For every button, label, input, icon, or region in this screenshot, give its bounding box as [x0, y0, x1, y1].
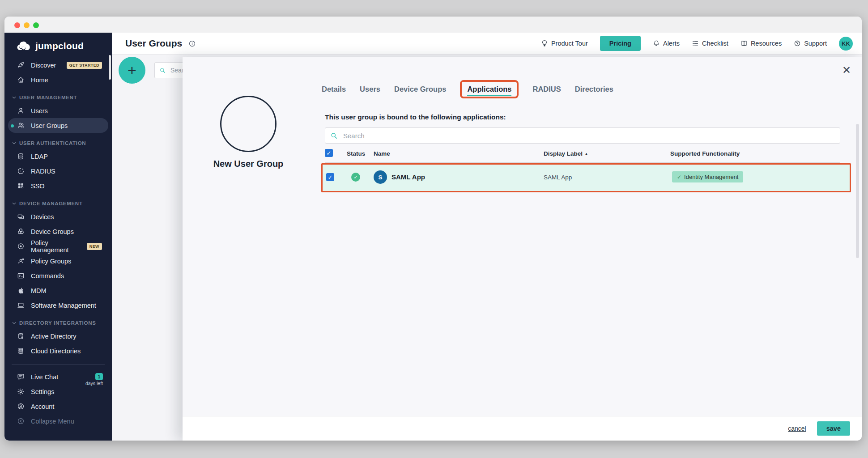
sidebar-section-device-management[interactable]: DEVICE MANAGEMENT	[4, 193, 112, 209]
sidebar-item-home[interactable]: Home	[8, 72, 108, 87]
tab-label: Details	[322, 85, 346, 93]
tab-label: Applications	[467, 85, 511, 96]
sidebar-section-user-management[interactable]: USER MANAGEMENT	[4, 87, 112, 103]
gear-icon	[17, 388, 25, 395]
tab-radius[interactable]: RADIUS	[532, 81, 561, 97]
tab-directories[interactable]: Directories	[575, 81, 613, 97]
sidebar-item-cloud-directories[interactable]: Cloud Directories	[8, 344, 108, 358]
search-icon	[330, 132, 338, 140]
header-action-label: Product Tour	[551, 40, 588, 47]
alerts-button[interactable]: Alerts	[653, 40, 680, 47]
row-checkbox[interactable]: ✓	[326, 173, 334, 181]
sidebar-item-ldap[interactable]: LDAP	[8, 149, 108, 164]
sidebar-item-commands[interactable]: Commands	[8, 268, 108, 283]
applications-search-box	[325, 127, 840, 144]
product-tour-button[interactable]: Product Tour	[541, 40, 588, 47]
commands-icon	[17, 272, 25, 280]
sidebar-section-label: DIRECTORY INTEGRATIONS	[19, 320, 96, 326]
radius-icon	[17, 167, 25, 175]
sidebar-item-label: LDAP	[31, 153, 48, 160]
sidebar-section-directory-integrations[interactable]: DIRECTORY INTEGRATIONS	[4, 313, 112, 329]
sidebar-item-devices[interactable]: Devices	[8, 209, 108, 224]
sidebar-scrollbar[interactable]	[109, 55, 111, 80]
sidebar-item-settings[interactable]: Settings	[8, 384, 108, 399]
sidebar-item-label: Commands	[31, 272, 64, 280]
devices-icon	[17, 213, 25, 221]
sidebar-item-label: Device Groups	[31, 228, 74, 235]
tab-applications[interactable]: Applications	[460, 80, 519, 98]
column-header-label: Display Label	[544, 150, 583, 157]
sidebar-item-software-management[interactable]: Software Management	[8, 298, 108, 313]
column-header-supported-functionality[interactable]: Supported Functionality	[670, 150, 740, 157]
app-display-label: SAML App	[544, 174, 572, 181]
pricing-button[interactable]: Pricing	[600, 36, 641, 51]
resources-button[interactable]: Resources	[740, 40, 782, 47]
minimize-window-button[interactable]	[24, 22, 30, 28]
applications-search-input[interactable]	[342, 131, 840, 140]
checklist-button[interactable]: Checklist	[692, 40, 728, 47]
logo-text: jumpcloud	[35, 41, 84, 51]
sidebar-item-label: Software Management	[31, 302, 96, 309]
cloud-directories-icon	[17, 347, 25, 355]
sidebar-item-account[interactable]: Account	[8, 399, 108, 414]
sidebar-item-users[interactable]: Users	[8, 103, 108, 118]
support-button[interactable]: Support	[794, 40, 827, 47]
sidebar-item-policy-groups[interactable]: Policy Groups	[8, 254, 108, 268]
question-icon	[794, 40, 801, 47]
home-icon	[17, 76, 25, 84]
tab-label: Users	[360, 85, 380, 93]
sidebar-item-active-directory[interactable]: Active Directory	[8, 329, 108, 344]
sso-icon	[17, 182, 25, 190]
sidebar-item-device-groups[interactable]: Device Groups	[8, 224, 108, 239]
column-header-name[interactable]: Name	[374, 150, 390, 157]
chevron-down-icon	[12, 141, 17, 146]
sidebar-section-label: DEVICE MANAGEMENT	[19, 201, 83, 206]
sidebar-item-collapse-menu[interactable]: Collapse Menu	[8, 414, 108, 428]
sidebar-item-sso[interactable]: SSO	[8, 178, 108, 193]
info-icon[interactable]	[188, 40, 196, 47]
checklist-icon	[692, 40, 699, 47]
tab-details[interactable]: Details	[322, 81, 346, 97]
sidebar-section-label: USER MANAGEMENT	[19, 95, 77, 100]
desktop: jumpcloud DiscoverGET STARTEDHomeUSER MA…	[0, 0, 868, 458]
sidebar: jumpcloud DiscoverGET STARTEDHomeUSER MA…	[4, 33, 112, 441]
sidebar-item-policy-management[interactable]: Policy ManagementNEW	[8, 239, 108, 254]
sidebar-section-user-authentication[interactable]: USER AUTHENTICATION	[4, 133, 112, 149]
panel-scrollbar[interactable]	[856, 124, 859, 258]
sidebar-item-live-chat[interactable]: Live Chat1days left	[8, 369, 108, 384]
check-icon: ✓	[677, 174, 681, 180]
sidebar-item-label: Account	[31, 403, 54, 410]
select-all-checkbox[interactable]: ✓	[325, 149, 333, 157]
ldap-icon	[17, 153, 25, 160]
sidebar-item-mdm[interactable]: MDM	[8, 283, 108, 298]
zoom-window-button[interactable]	[33, 22, 39, 28]
sidebar-item-label: Policy Groups	[31, 258, 71, 265]
table-row[interactable]: ✓✓SSAML AppSAML App✓Identity Management	[321, 163, 851, 192]
avatar[interactable]: KK	[839, 37, 853, 51]
column-header-display-label[interactable]: Display Label▲	[544, 150, 588, 157]
sidebar-section-label: USER AUTHENTICATION	[19, 140, 86, 146]
sidebar-item-label: SSO	[31, 182, 45, 190]
save-button[interactable]: save	[817, 421, 850, 436]
add-user-group-button[interactable]: +	[119, 57, 145, 84]
book-icon	[740, 40, 748, 47]
sidebar-item-label: Discover	[31, 62, 56, 69]
sidebar-item-label: User Groups	[31, 122, 68, 129]
close-icon[interactable]: ✕	[842, 65, 851, 76]
column-header-status[interactable]: Status	[347, 150, 365, 157]
close-window-button[interactable]	[14, 22, 20, 28]
user-group-name: New User Group	[195, 159, 302, 169]
tab-users[interactable]: Users	[360, 81, 380, 97]
sidebar-item-discover[interactable]: DiscoverGET STARTED	[8, 58, 108, 72]
column-header-label: Supported Functionality	[670, 150, 740, 157]
sidebar-item-user-groups[interactable]: User Groups	[8, 118, 108, 133]
sidebar-item-label: Settings	[31, 388, 54, 395]
functionality-label: Identity Management	[684, 174, 738, 180]
sidebar-item-radius[interactable]: RADIUS	[8, 164, 108, 178]
cancel-button[interactable]: cancel	[788, 425, 806, 432]
header-action-label: Alerts	[663, 40, 680, 47]
balloon-icon	[541, 40, 548, 47]
chevron-down-icon	[12, 201, 17, 206]
chat-icon	[17, 373, 25, 381]
tab-device-groups[interactable]: Device Groups	[394, 81, 446, 97]
